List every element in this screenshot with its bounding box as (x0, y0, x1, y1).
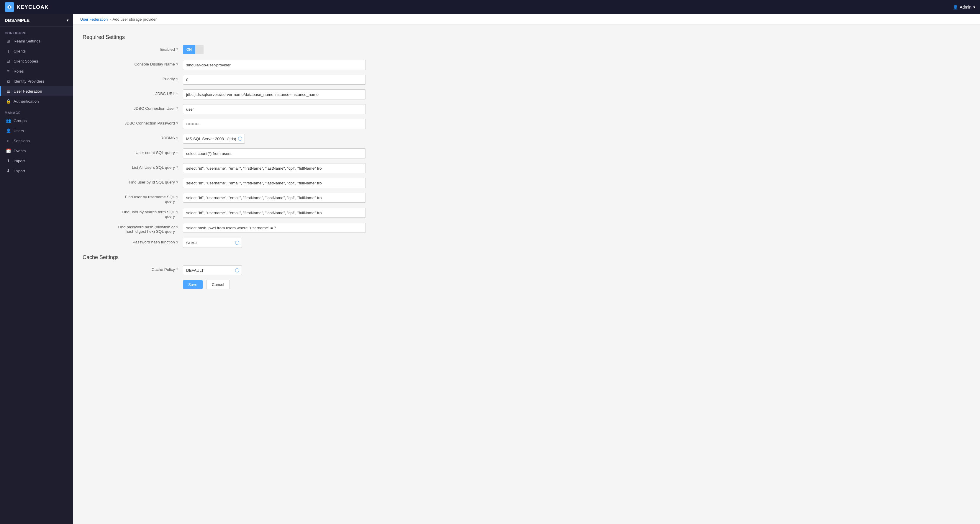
sidebar-item-label: Clients (14, 49, 25, 53)
jdbc-url-help-icon[interactable]: ? (176, 92, 178, 96)
find-user-by-id-sql-help-icon[interactable]: ? (176, 180, 178, 185)
groups-icon: 👥 (6, 118, 11, 123)
jdbc-url-input[interactable] (183, 89, 366, 99)
enabled-help-icon[interactable]: ? (176, 48, 178, 52)
user-count-sql-help-icon[interactable]: ? (176, 151, 178, 155)
jdbc-connection-password-label: JDBC Connection Password ? (83, 119, 183, 126)
jdbc-connection-password-help-icon[interactable]: ? (176, 121, 178, 126)
sidebar-item-events[interactable]: 📅 Events (0, 146, 73, 156)
user-federation-icon: ▤ (6, 89, 11, 94)
save-button[interactable]: Save (183, 280, 203, 289)
sidebar-item-realm-settings[interactable]: ⊞ Realm Settings (0, 36, 73, 46)
sidebar-item-user-federation[interactable]: ▤ User Federation (0, 86, 73, 96)
user-label: Admin (959, 5, 972, 10)
find-user-by-username-sql-label: Find user by username SQLquery ? (83, 193, 183, 204)
sidebar-item-clients[interactable]: ◫ Clients (0, 46, 73, 56)
sidebar-item-authentication[interactable]: 🔒 Authentication (0, 96, 73, 106)
list-all-users-sql-label: List All Users SQL query ? (83, 163, 183, 170)
sidebar-item-label: User Federation (14, 89, 42, 94)
find-user-by-id-sql-input[interactable] (183, 178, 366, 188)
clients-icon: ◫ (6, 49, 11, 53)
priority-label: Priority ? (83, 75, 183, 81)
export-icon: ⬇ (6, 169, 11, 173)
rdbms-select[interactable]: MS SQL Server 2008+ (jtds) MySQL Postgre… (183, 134, 245, 144)
sidebar-item-label: Authentication (14, 99, 39, 104)
sidebar-item-label: Users (14, 129, 24, 133)
users-icon: 👤 (6, 128, 11, 133)
cache-policy-input-col: DEFAULT EVICT_DAILY EVICT_WEEKLY MAX_LIF… (183, 265, 388, 275)
form-actions: Save Cancel (83, 280, 388, 289)
sidebar-item-sessions[interactable]: ○ Sessions (0, 136, 73, 146)
keycloak-logo-icon (5, 2, 14, 12)
find-password-hash-sql-help-icon[interactable]: ? (176, 225, 178, 229)
user-menu[interactable]: 👤 Admin ▾ (953, 5, 975, 10)
events-icon: 📅 (6, 148, 11, 153)
find-user-by-username-sql-help-icon[interactable]: ? (176, 195, 178, 199)
sidebar-item-roles[interactable]: ≡ Roles (0, 66, 73, 76)
find-user-by-username-sql-input[interactable] (183, 193, 366, 203)
cache-policy-row: Cache Policy ? DEFAULT EVICT_DAILY EVICT… (83, 265, 388, 276)
toggle-on-label[interactable]: ON (183, 45, 195, 54)
find-password-hash-sql-input[interactable] (183, 223, 366, 233)
import-icon: ⬆ (6, 158, 11, 163)
find-user-by-id-sql-label: Find user by id SQL query ? (83, 178, 183, 185)
cache-policy-select[interactable]: DEFAULT EVICT_DAILY EVICT_WEEKLY MAX_LIF… (183, 265, 242, 275)
jdbc-url-label: JDBC URL ? (83, 89, 183, 96)
enabled-toggle[interactable]: ON (183, 45, 388, 54)
console-display-name-input[interactable] (183, 60, 366, 70)
list-all-users-sql-help-icon[interactable]: ? (176, 166, 178, 170)
configure-section-label: Configure (0, 27, 73, 36)
sidebar-item-client-scopes[interactable]: ⊟ Client Scopes (0, 56, 73, 66)
priority-row: Priority ? (83, 75, 388, 85)
cache-policy-label: Cache Policy ? (83, 265, 183, 272)
cache-policy-help-icon[interactable]: ? (176, 268, 178, 272)
password-hash-function-input-col: SHA-1 SHA-256 MD5 BCrypt PBKDF2 (183, 238, 388, 248)
priority-input[interactable] (183, 75, 366, 85)
console-display-name-row: Console Display Name ? (83, 60, 388, 70)
jdbc-connection-password-input[interactable] (183, 119, 366, 129)
find-user-by-search-term-sql-input[interactable] (183, 208, 366, 218)
password-hash-function-row: Password hash function ? SHA-1 SHA-256 M… (83, 238, 388, 248)
sidebar-item-label: Sessions (14, 139, 30, 143)
list-all-users-sql-input[interactable] (183, 163, 366, 173)
jdbc-connection-user-row: JDBC Connection User ? (83, 104, 388, 115)
sidebar-item-groups[interactable]: 👥 Groups (0, 116, 73, 126)
sidebar-item-import[interactable]: ⬆ Import (0, 156, 73, 166)
sidebar-item-export[interactable]: ⬇ Export (0, 166, 73, 176)
sidebar-item-label: Realm Settings (14, 39, 41, 43)
password-hash-function-select[interactable]: SHA-1 SHA-256 MD5 BCrypt PBKDF2 (183, 238, 242, 248)
jdbc-url-row: JDBC URL ? (83, 89, 388, 100)
cache-policy-select-wrapper: DEFAULT EVICT_DAILY EVICT_WEEKLY MAX_LIF… (183, 265, 242, 275)
user-chevron-icon: ▾ (973, 5, 975, 10)
user-count-sql-input[interactable] (183, 148, 366, 158)
rdbms-input-col: MS SQL Server 2008+ (jtds) MySQL Postgre… (183, 134, 388, 144)
find-user-by-search-term-sql-row: Find user by search term SQLquery ? (83, 208, 388, 219)
user-count-sql-input-col (183, 148, 388, 158)
jdbc-connection-user-help-icon[interactable]: ? (176, 107, 178, 111)
find-user-by-search-term-sql-help-icon[interactable]: ? (176, 210, 178, 215)
sidebar-item-label: Events (14, 149, 25, 153)
user-count-sql-label: User count SQL query ? (83, 148, 183, 155)
user-icon: 👤 (953, 5, 958, 10)
console-display-name-help-icon[interactable]: ? (176, 62, 178, 67)
brand: KEYCLOAK (5, 2, 49, 12)
find-user-by-id-sql-row: Find user by id SQL query ? (83, 178, 388, 188)
jdbc-connection-user-input[interactable] (183, 104, 366, 114)
rdbms-row: RDBMS ? MS SQL Server 2008+ (jtds) MySQL… (83, 134, 388, 144)
password-hash-function-help-icon[interactable]: ? (176, 240, 178, 245)
breadcrumb-parent-link[interactable]: User Federation (80, 17, 108, 22)
user-count-sql-row: User count SQL query ? (83, 148, 388, 159)
required-settings-title: Required Settings (83, 34, 388, 40)
sidebar: DBSAMPLE ▾ Configure ⊞ Realm Settings ◫ … (0, 14, 73, 524)
priority-help-icon[interactable]: ? (176, 77, 178, 81)
find-user-by-search-term-sql-input-col (183, 208, 388, 218)
sidebar-item-label: Import (14, 159, 25, 163)
sidebar-item-users[interactable]: 👤 Users (0, 126, 73, 136)
toggle-off-part[interactable] (195, 45, 204, 54)
jdbc-connection-password-input-col (183, 119, 388, 129)
realm-selector[interactable]: DBSAMPLE ▾ (0, 14, 73, 27)
rdbms-help-icon[interactable]: ? (176, 136, 178, 140)
page-content: Required Settings Enabled ? ON Console D… (73, 25, 398, 303)
sidebar-item-identity-providers[interactable]: ⧉ Identity Providers (0, 76, 73, 86)
cancel-button[interactable]: Cancel (206, 280, 230, 289)
